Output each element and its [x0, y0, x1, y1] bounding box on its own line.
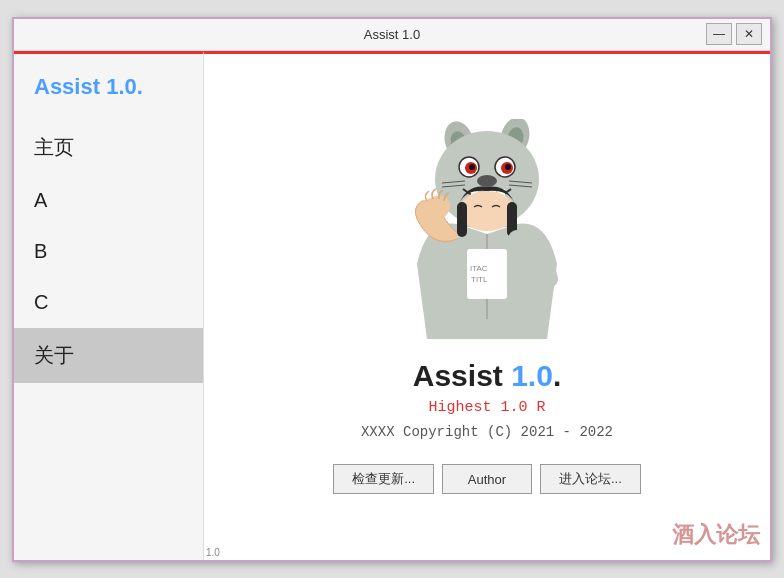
check-update-button[interactable]: 检查更新...	[333, 464, 434, 494]
sidebar-dot: .	[137, 74, 143, 99]
close-button[interactable]: ✕	[736, 23, 762, 45]
window-title: Assist 1.0	[207, 27, 577, 42]
svg-point-10	[505, 164, 511, 170]
highest-text: Highest 1.0 R	[428, 399, 545, 416]
minimize-button[interactable]: —	[706, 23, 732, 45]
sidebar-item-about[interactable]: 关于	[14, 328, 203, 383]
sidebar-title: Assist 1.0.	[14, 64, 203, 120]
svg-text:TITL: TITL	[471, 275, 488, 284]
sidebar: Assist 1.0. 主页 A B C 关于	[14, 51, 204, 560]
about-container: ITAC TITL	[224, 74, 750, 540]
sidebar-app-name: Assist	[34, 74, 106, 99]
copyright-text: XXXX Copyright (C) 2021 - 2022	[361, 424, 613, 440]
svg-point-11	[477, 175, 497, 187]
svg-rect-27	[457, 202, 467, 237]
about-title-version: 1.0	[511, 359, 553, 392]
main-window: Assist 1.0 — ✕ Assist 1.0. 主页 A B C 关于	[12, 17, 772, 562]
version-badge: 1.0	[206, 547, 220, 558]
sidebar-item-home[interactable]: 主页	[14, 120, 203, 175]
character-illustration: ITAC TITL	[387, 119, 587, 339]
about-app-title: Assist 1.0.	[413, 359, 561, 393]
author-button[interactable]: Author	[442, 464, 532, 494]
button-row: 检查更新... Author 进入论坛...	[333, 464, 641, 494]
forum-button[interactable]: 进入论坛...	[540, 464, 641, 494]
sidebar-item-b[interactable]: B	[14, 226, 203, 277]
sidebar-item-c[interactable]: C	[14, 277, 203, 328]
sidebar-item-a[interactable]: A	[14, 175, 203, 226]
about-title-static: Assist	[413, 359, 511, 392]
svg-point-9	[469, 164, 475, 170]
sidebar-version: 1.0	[106, 74, 137, 99]
svg-text:ITAC: ITAC	[470, 264, 488, 273]
svg-point-26	[459, 191, 515, 231]
main-content-panel: ITAC TITL	[204, 51, 770, 560]
window-body: Assist 1.0. 主页 A B C 关于	[14, 51, 770, 560]
svg-rect-22	[467, 249, 507, 299]
title-bar: Assist 1.0 — ✕	[14, 19, 770, 51]
title-bar-controls: — ✕	[577, 23, 762, 45]
about-title-dot: .	[553, 359, 561, 392]
